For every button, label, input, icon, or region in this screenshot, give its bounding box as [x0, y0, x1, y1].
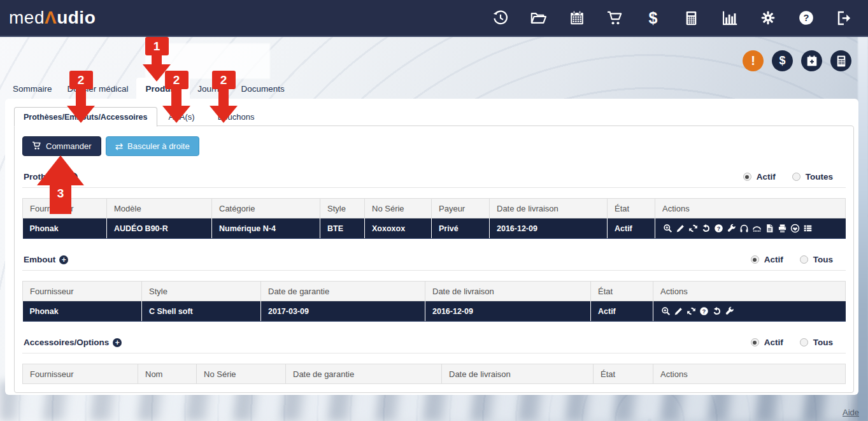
history-icon[interactable]	[492, 10, 509, 27]
wrench-icon[interactable]	[726, 224, 736, 234]
quick-buttons: !$	[743, 50, 851, 71]
radio-label: Toutes	[806, 172, 833, 182]
radio-actif[interactable]: Actif	[743, 172, 776, 182]
section-title: Accessoires/Options+	[24, 338, 122, 347]
calculator-icon[interactable]	[683, 10, 700, 27]
file-text-icon[interactable]	[764, 224, 774, 234]
annotation-arrow-2-subtab-bouchons: 2	[210, 71, 238, 123]
section-accessoires-options: Accessoires/Options+ActifTousFournisseur…	[22, 338, 846, 384]
col-actions: Actions	[655, 199, 846, 218]
arrow-head	[37, 155, 84, 185]
annotation-arrow-2-subtab-protheses-embouts-accessoires: 2	[67, 71, 95, 123]
pencil-icon[interactable]	[673, 306, 683, 317]
col-categorie: Catégorie	[212, 199, 320, 218]
radio-dot[interactable]	[743, 173, 751, 181]
radio-label: Tous	[813, 338, 833, 347]
radio-dot[interactable]	[800, 255, 808, 264]
commander-button[interactable]: Commander	[22, 136, 101, 156]
toolbar: Commander ⇄ Basculer à droite	[22, 136, 846, 156]
calendar-icon[interactable]	[568, 10, 585, 27]
basculer-button[interactable]: ⇄ Basculer à droite	[106, 136, 199, 156]
refresh-icon[interactable]	[688, 224, 698, 234]
tab-sommaire[interactable]: Sommaire	[5, 78, 60, 99]
search-plus-icon[interactable]	[662, 224, 672, 234]
filter-radio-group: ActifTous	[751, 338, 833, 347]
col-date-de-livraison: Date de livraison	[425, 282, 591, 301]
logo-mark: Λ	[45, 8, 57, 27]
tab-documents[interactable]: Documents	[234, 78, 292, 99]
section-title-text: Accessoires/Options	[24, 338, 109, 347]
shopping-cart-icon[interactable]	[606, 10, 623, 27]
radio-label: Actif	[764, 255, 783, 264]
arrow-shaft	[76, 89, 86, 106]
radio-dot[interactable]	[800, 338, 808, 346]
search-plus-icon[interactable]	[660, 306, 671, 317]
question-icon[interactable]: ?	[713, 224, 723, 234]
logo-prefix: med	[9, 8, 45, 27]
cell-actions: ?	[655, 218, 846, 239]
arrow-shaft	[171, 89, 181, 106]
cell-fournisseur: Phonak	[23, 218, 107, 239]
help-icon[interactable]: ?	[797, 10, 815, 27]
plus-circle-icon[interactable]: +	[113, 338, 122, 347]
annotation-arrow-3-commander-button: 3	[37, 155, 84, 214]
sign-out-icon[interactable]	[836, 10, 853, 27]
table-row[interactable]: PhonakC Shell soft2017-03-092016-12-09Ac…	[23, 301, 846, 322]
svg-text:?: ?	[702, 308, 705, 315]
radio-dot[interactable]	[751, 338, 759, 346]
billing-button[interactable]: $	[772, 50, 793, 71]
col-payeur: Payeur	[432, 199, 490, 218]
arrow-head	[67, 106, 95, 123]
radio-tous[interactable]: Tous	[800, 255, 833, 264]
alert-button[interactable]: !	[743, 50, 764, 71]
col-style: Style	[320, 199, 365, 218]
section-embout: Embout+ActifTousFournisseurStyleDate de …	[22, 255, 846, 322]
logo-suffix: udio	[57, 8, 96, 27]
radio-dot[interactable]	[751, 255, 759, 264]
radio-actif[interactable]: Actif	[751, 255, 783, 264]
radio-actif[interactable]: Actif	[751, 338, 783, 347]
app-logo: medΛudio	[9, 8, 96, 28]
headphones-icon[interactable]	[739, 224, 749, 234]
col-modele: Modèle	[107, 199, 212, 218]
cart-icon	[32, 141, 41, 152]
col-date-de-livraison: Date de livraison	[490, 199, 608, 218]
undo-icon[interactable]	[701, 224, 711, 234]
col-actions: Actions	[653, 364, 846, 384]
col-etat: État	[591, 282, 653, 301]
cell-modele: AUDÉO B90-R	[107, 218, 212, 239]
col-etat: État	[608, 199, 655, 218]
gear-icon[interactable]	[759, 10, 776, 27]
wrench-icon[interactable]	[724, 306, 734, 317]
hearing-aid-icon[interactable]	[751, 224, 762, 234]
cell-style: C Shell soft	[142, 301, 261, 322]
exchange-icon: ⇄	[115, 141, 124, 151]
bar-chart-icon[interactable]	[721, 10, 738, 27]
folder-open-icon[interactable]	[530, 10, 547, 27]
refresh-icon[interactable]	[686, 306, 696, 317]
handshake-icon[interactable]	[790, 224, 800, 234]
cell-date-de-livraison: 2016-12-09	[490, 218, 608, 239]
col-no-serie: No Série	[365, 199, 432, 218]
accessoires-options-table: FournisseurNomNo SérieDate de garantieDa…	[22, 364, 846, 384]
dollar-icon[interactable]: $	[644, 10, 662, 27]
list-icon[interactable]	[802, 224, 813, 234]
section-protheses: Prothèses+ActifToutesFournisseurModèleCa…	[22, 172, 846, 239]
undo-icon[interactable]	[711, 306, 722, 317]
arrow-head	[162, 106, 190, 123]
pencil-icon[interactable]	[675, 224, 685, 234]
question-icon[interactable]: ?	[699, 306, 709, 317]
radio-tous[interactable]: Tous	[800, 338, 833, 347]
col-actions: Actions	[653, 282, 846, 301]
radio-dot[interactable]	[792, 173, 800, 181]
print-icon[interactable]	[777, 224, 787, 234]
table-row[interactable]: PhonakAUDÉO B90-RNumérique N-4BTEXoxoxox…	[23, 218, 846, 239]
plus-circle-icon[interactable]: +	[59, 255, 68, 264]
radio-toutes[interactable]: Toutes	[792, 172, 833, 182]
annotation-number: 2	[165, 71, 189, 89]
section-title-text: Embout	[24, 255, 55, 264]
calendar-add-button[interactable]	[801, 50, 822, 71]
aide-link[interactable]: Aide	[843, 408, 859, 417]
radio-label: Tous	[813, 255, 833, 264]
calculator-button[interactable]	[830, 50, 851, 71]
